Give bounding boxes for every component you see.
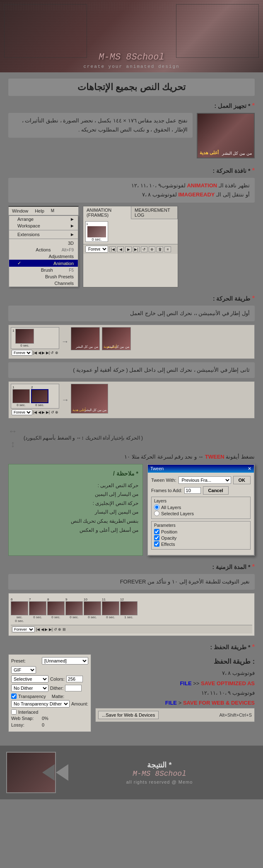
note-line1: حركة النص العربى : [13,481,138,490]
animation-menu-row[interactable]: ✓Animation [9,260,78,267]
note-line6: من أسفل إلى أعلى و العكس [13,526,138,535]
arrange-menu-row[interactable]: Arrange▶ [9,216,78,222]
brush-menu-row[interactable]: BrushF5 [9,267,78,273]
effects-checkbox-row: Effects [154,541,248,547]
workspace-menu-row[interactable]: Workspace▶ [9,222,78,229]
window-menu-item[interactable]: Window [9,208,31,214]
help-menu-item[interactable]: Help [31,208,48,214]
step4-arrow-text: ( الحركة بإختيار آداة التحريك ↕↔ و الضغط… [24,435,143,441]
anim-tab-frames[interactable]: ANIMATION (FRAMES) [83,206,131,219]
all-layers-radio-input[interactable] [154,505,159,510]
forever-select[interactable]: Forever [85,246,108,253]
menu-bar: Window Help M [9,207,78,215]
step1-section: * * تجهيز العمل : من بين كل البشر أغلى ه… [8,102,255,160]
save-for-web-label: SAVE FOR WEB & DEVICES [183,700,255,706]
forever-select-3[interactable]: Forever [12,409,32,415]
interlaced-row: Interlaced [11,709,88,715]
forever-select-2[interactable]: Forever [12,350,32,356]
tween-with-select[interactable]: Previous Fra... [179,476,231,484]
save-panel: Preset: [Unnamed] GIF Selec [8,654,91,732]
preset-select[interactable]: [Unnamed] [42,657,88,665]
position-checkbox-row: Position [154,529,248,534]
lossy-value: 0 [42,722,44,727]
format-select[interactable]: GIF [11,666,36,674]
anim-btn-loop[interactable]: ↺ [141,246,147,252]
layers-group-title: Layers [154,499,248,503]
preset-label: Preset: [11,658,40,663]
tween-with-label: Tween With: [151,478,176,483]
page-title: تحريك النص بجميع الإتجاهات [8,79,255,96]
ps-version-note-87: فوتوشوب ٨ ،٧ [95,669,255,678]
dither-input[interactable] [65,685,82,691]
interlaced-label: Interlaced [18,710,38,715]
all-layers-radio: All Layers [154,505,248,510]
timeline-frame-7: 7 0 sec. [29,598,46,619]
extra-menu-item[interactable]: M [48,208,58,214]
anim-btn-delete[interactable]: 🗑 [157,246,163,252]
save-for-web-row: FILE > SAVE FOR WEB & DEVICES [95,700,255,706]
position-checkbox[interactable] [154,529,159,534]
adjustments-menu-row[interactable]: Adjustments [9,253,78,260]
transparency-dither-select[interactable]: No Transparency Dither [11,700,70,708]
step1-image: من بين كل البشر أغلى هدية [197,113,255,158]
timeline-panel: 6 sec. 0 sec. 7 0 sec. 8 0 sec. [8,593,255,636]
anim-tab-measure[interactable]: MEASUREMENT LOG [131,206,178,219]
arrow-icons: ↔ ↕ [8,426,17,450]
step3-section: * طريقة الحركة : أول إطار في الأنيميشن ،… [8,295,255,418]
direction-arrow-2: → [61,384,69,416]
step4-section: ↔ ↕ ( الحركة بإختيار آداة التحريك ↕↔ و ا… [8,426,255,556]
note-line4: من اليمين إلى اليسار [13,508,138,517]
header-subtitle: create your animated design [83,64,179,69]
timeline-forever-select[interactable]: Forever [12,626,35,632]
effects-checkbox[interactable] [154,541,159,547]
animation-panel: ANIMATION (FRAMES) MEASUREMENT LOG 1 0 s… [83,206,178,287]
brush-presets-menu-row[interactable]: Brush Presets [9,273,78,280]
actions-menu-row[interactable]: ActionsAlt+F9 [9,246,78,253]
timeline-frame-12: 12 1 sec. [120,598,138,619]
save-for-web-button[interactable]: Save for Web & Devices... [98,711,159,719]
step6-section: * * طريقة الحفظ : Preset: [Unnamed] [8,643,255,732]
tween-ok-button[interactable]: OK [233,476,251,484]
dither-label: Dither: [50,686,63,691]
anim-btn-play[interactable]: ▶ [125,246,132,252]
step1-header: * * تجهيز العمل : [8,102,255,110]
selective-select[interactable]: Selective [11,675,48,683]
save-optimized-row: FILE >> SAVE OPTIMIZED AS [95,680,255,686]
parameters-group-title: Parameters [154,523,248,528]
interlaced-checkbox[interactable] [11,709,17,715]
frames-to-add-input[interactable] [184,487,201,494]
extensions-menu-row[interactable]: Extensions▶ [9,231,78,238]
selective-colors-row: Selective Colors: [11,675,88,683]
note-line5: بنفس الطريقة يمكن تحريك النص [13,517,138,526]
dither-select[interactable]: No Dither [11,684,48,692]
tween-cancel-button[interactable]: Cancel [203,486,229,495]
frames-demo-1: 1 0 sec. Forever |◀ ◀ ▶ ▶| ↺ ⊕ → [8,325,255,359]
horizontal-arrow-icon: ↔ [8,426,17,437]
anim-btn-next[interactable]: ▶| [133,246,140,252]
transparency-checkbox[interactable] [11,693,17,699]
result-text-area: * النتيجة M-MS 8School all rights reserv… [62,760,257,784]
anim-btn-menu[interactable]: ≡ [164,246,171,252]
web-snap-label: Web Snap: [11,716,40,721]
opacity-checkbox[interactable] [154,535,159,540]
step2-section: * * نافذة الحركة : تظهر نافذة الـ ANIMAT… [8,167,255,287]
selected-layers-radio-input[interactable] [154,511,159,516]
window-menu-panel: Window Help M Arrange▶ Workspace▶ Extens… [8,206,79,287]
3d-menu-row[interactable]: 3D [9,240,78,246]
save-method-title-87: : طريقة الحفظ [95,658,255,665]
frame-motion-1: من بين كل البشر [71,327,100,350]
channels-menu-row[interactable]: Channels [9,280,78,287]
timeline-frame-11: 11 0 sec. [102,598,119,619]
save-instructions: : طريقة الحفظ فوتوشوب ٨ ،٧ FILE >> SAVE … [95,654,255,732]
colors-input[interactable] [66,676,83,682]
result-section: * النتيجة M-MS 8School all rights reserv… [0,746,263,799]
main-content: تحريك النص بجميع الإتجاهات * * تجهيز الع… [0,72,263,746]
anim-btn-copy[interactable]: ⊕ [149,246,155,252]
frame-motion-2: من بين كل البشر أغلى هدية [102,327,131,350]
anim-btn-first[interactable]: |◀ [109,246,116,252]
vertical-arrow-icon: ↕ [11,439,15,450]
arrow-left-1 [56,764,68,781]
anim-btn-prev[interactable]: ◀ [117,246,124,252]
header-banner: M-MS 8School create your animated design [0,0,263,72]
transparency-label: Transparency [18,694,46,699]
